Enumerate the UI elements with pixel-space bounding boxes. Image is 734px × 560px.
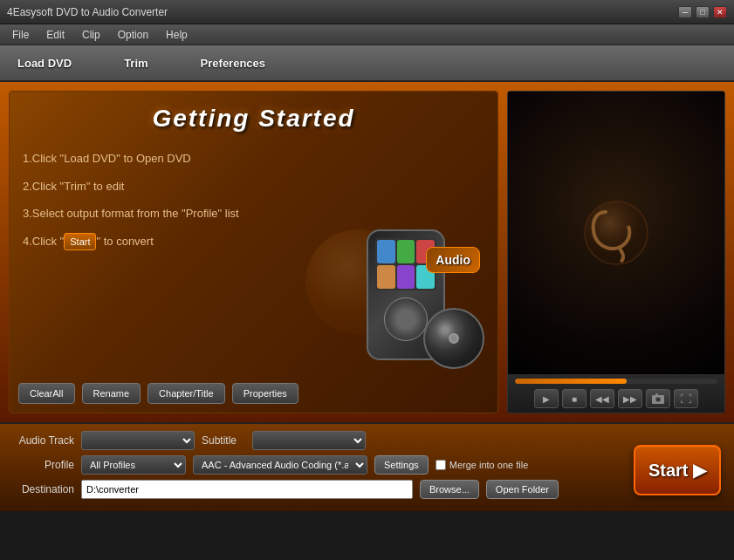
toolbar: Load DVD Trim Preferences [0,45,734,82]
menu-edit[interactable]: Edit [38,27,73,43]
app-icon-4 [377,265,395,289]
app-icon-1 [377,240,395,263]
bottom-area: Audio Track Subtitle Profile All Profile… [0,422,734,511]
step-1: 1.Click "Load DVD" to Open DVD [23,150,484,167]
menu-option[interactable]: Option [109,27,157,43]
menu-clip[interactable]: Clip [73,27,109,43]
profile-row: Profile All Profiles AAC - Advanced Audi… [13,455,721,475]
svg-rect-4 [655,393,658,395]
svg-point-3 [656,398,660,401]
rewind-button[interactable]: ◀◀ [590,389,614,408]
app-title: 4Easysoft DVD to Audio Converter [7,6,168,18]
main-area: Getting Started 1.Click "Load DVD" to Op… [0,82,734,422]
subtitle-label: Subtitle [202,434,245,447]
trim-button[interactable]: Trim [124,57,147,70]
window-controls: ─ □ ✕ [678,6,727,18]
transport-buttons: ▶ ■ ◀◀ ▶▶ [515,389,717,408]
audio-badge: Audio [426,247,480,273]
step-3: 3.Select output format from the "Profile… [23,205,484,222]
load-dvd-button[interactable]: Load DVD [17,57,72,70]
properties-button[interactable]: Properties [232,383,298,404]
menu-help[interactable]: Help [157,27,196,43]
play-button[interactable]: ▶ [534,389,559,408]
app-icon-2 [397,240,415,263]
seek-fill [515,379,627,384]
illustration: Audio [340,229,480,369]
camera-icon [652,393,664,404]
player-logo [581,198,651,268]
fullscreen-icon [681,394,691,403]
panel-buttons: ClearAll Rename Chapter/Title Properties [18,383,298,404]
menu-bar: File Edit Clip Option Help [0,24,734,45]
video-player-panel: ▶ ■ ◀◀ ▶▶ [507,91,725,413]
disc-center [449,333,459,344]
close-button[interactable]: ✕ [713,6,727,18]
merge-checkbox[interactable] [436,460,446,470]
maximize-button[interactable]: □ [696,6,710,18]
panel-title: Getting Started [23,105,484,133]
seek-bar[interactable] [515,379,717,384]
video-screen [508,92,724,374]
profile-category-select[interactable]: All Profiles [81,455,186,475]
destination-label: Destination [13,483,74,495]
stop-button[interactable]: ■ [562,389,587,408]
clear-all-button[interactable]: ClearAll [18,383,75,404]
audio-track-label: Audio Track [13,434,74,447]
preferences-button[interactable]: Preferences [201,57,265,70]
destination-input[interactable] [81,480,413,499]
merge-label: Merge into one file [436,460,529,470]
profile-format-select[interactable]: AAC - Advanced Audio Coding (*.aac) [193,455,367,475]
snapshot-button[interactable] [646,389,670,408]
open-folder-button[interactable]: Open Folder [486,480,559,499]
video-controls: ▶ ■ ◀◀ ▶▶ [508,374,724,413]
minimize-button[interactable]: ─ [678,6,692,18]
app-icon-5 [397,265,415,289]
destination-row: Destination Browse... Open Folder [13,480,721,499]
bottom-wrapper: Audio Track Subtitle Profile All Profile… [0,422,734,511]
audio-track-select[interactable] [81,431,195,450]
step-2: 2.Click "Trim" to edit [23,178,484,195]
chapter-title-button[interactable]: Chapter/Title [147,383,225,404]
forward-button[interactable]: ▶▶ [618,389,642,408]
title-bar: 4Easysoft DVD to Audio Converter ─ □ ✕ [0,0,734,24]
ipod-wheel [384,297,428,341]
start-button[interactable]: Start ▶ [634,445,721,495]
profile-label: Profile [13,459,74,471]
fullscreen-button[interactable] [674,389,698,408]
subtitle-select[interactable] [252,431,366,450]
getting-started-panel: Getting Started 1.Click "Load DVD" to Op… [9,91,498,413]
audio-subtitle-row: Audio Track Subtitle [13,431,721,450]
start-inline-btn: Start [64,233,96,251]
menu-file[interactable]: File [3,27,38,43]
disc-icon [423,308,484,369]
browse-button[interactable]: Browse... [420,480,479,499]
rename-button[interactable]: Rename [82,383,141,404]
settings-button[interactable]: Settings [374,455,429,475]
